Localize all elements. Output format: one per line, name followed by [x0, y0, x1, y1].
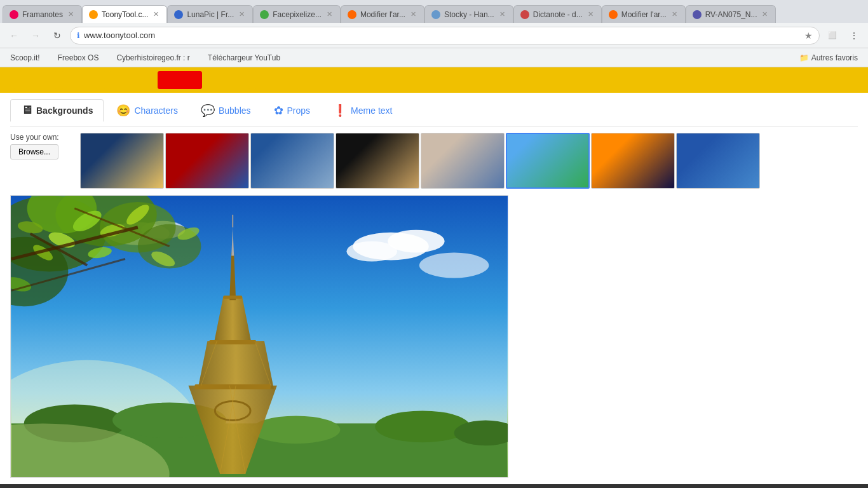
tab-favicon-0 [10, 10, 18, 19]
address-url: www.toonytool.com [84, 30, 801, 40]
topnav-btn-5[interactable] [254, 71, 299, 89]
forward-button[interactable]: → [27, 27, 44, 44]
thumbnail-item-6[interactable] [591, 133, 675, 189]
bookmark-item-1[interactable]: Freebox OS [53, 51, 104, 64]
bookmark-item-3[interactable]: Téléchargeur YouTub [203, 51, 285, 64]
tab-favicon-6 [520, 10, 529, 19]
tab-favicon-1 [89, 10, 98, 19]
browser-tab-3[interactable]: Facepixelize... ✕ [253, 5, 341, 23]
tab-label-4: Modifier l'ar... [360, 10, 405, 19]
page-content: 🖥 Backgrounds 😊 Characters 💬 Bubbles ✿ P… [0, 93, 868, 484]
use-own-section: Use your own: Browse... [10, 133, 74, 159]
svg-point-7 [419, 253, 489, 278]
topnav-btn-0[interactable] [13, 71, 57, 89]
svg-rect-20 [194, 384, 270, 390]
cat-tab-props[interactable]: ✿ Props [264, 100, 321, 121]
tab-favicon-8 [693, 10, 702, 19]
eiffel-tower-svg [11, 196, 508, 477]
tab-bar: Framanotes ✕ ToonyTool.c... ✕ LunaPic | … [0, 0, 868, 23]
thumbnail-item-1[interactable] [165, 133, 249, 189]
cat-tab-label-1: Characters [134, 105, 177, 116]
svg-marker-15 [198, 341, 273, 389]
cat-icon-3: ✿ [274, 104, 283, 118]
tab-close-3[interactable]: ✕ [325, 10, 334, 19]
bookmark-item-2[interactable]: Cyberhistoiregeo.fr : r [111, 51, 194, 64]
cat-tab-characters[interactable]: 😊 Characters [106, 100, 187, 121]
tab-label-0: Framanotes [22, 10, 63, 19]
browser-tab-0[interactable]: Framanotes ✕ [3, 5, 82, 23]
tab-label-3: Facepixelize... [273, 10, 322, 19]
thumbnail-item-0[interactable] [80, 133, 164, 189]
cat-icon-4: ❗ [333, 104, 347, 118]
topnav-btn-1[interactable] [61, 71, 105, 89]
cat-icon-1: 😊 [116, 104, 130, 118]
browser-tab-8[interactable]: RV-AN075_N... ✕ [686, 5, 776, 23]
cat-icon-2: 💬 [201, 104, 215, 118]
cat-tab-backgrounds[interactable]: 🖥 Backgrounds [10, 99, 104, 122]
browser-tab-1[interactable]: ToonyTool.c... ✕ [82, 5, 167, 23]
reload-button[interactable]: ↻ [48, 27, 66, 44]
tab-close-0[interactable]: ✕ [67, 10, 75, 19]
browser-tab-6[interactable]: Dictanote - d... ✕ [513, 5, 602, 23]
cat-tab-bubbles[interactable]: 💬 Bubbles [191, 100, 261, 121]
cat-tab-label-2: Bubbles [219, 105, 251, 116]
cat-icon-0: 🖥 [21, 104, 32, 117]
category-tabs: 🖥 Backgrounds 😊 Characters 💬 Bubbles ✿ P… [10, 99, 858, 126]
tab-close-4[interactable]: ✕ [409, 10, 417, 19]
tab-label-1: ToonyTool.c... [102, 10, 148, 19]
address-bar-row: ← → ↻ ℹ www.toonytool.com ★ ⬜ ⋮ [0, 23, 868, 48]
thumb-strip-wrapper: Use your own: Browse... [10, 133, 858, 189]
thumbnail-item-4[interactable] [421, 133, 505, 189]
topnav-btn-2[interactable] [109, 71, 154, 89]
cat-tab-meme-text[interactable]: ❗ Meme text [323, 100, 402, 121]
tab-favicon-3 [260, 10, 269, 19]
tab-label-6: Dictanote - d... [533, 10, 583, 19]
cat-tab-label-3: Props [287, 105, 311, 116]
browser-frame: Framanotes ✕ ToonyTool.c... ✕ LunaPic | … [0, 0, 868, 488]
folder-icon: 📁 [799, 53, 809, 62]
secure-icon: ℹ [77, 31, 80, 40]
tab-close-1[interactable]: ✕ [152, 10, 160, 19]
tab-close-5[interactable]: ✕ [498, 10, 506, 19]
topnav-btn-4[interactable] [206, 71, 250, 89]
cat-tab-label-0: Backgrounds [36, 105, 93, 116]
main-preview[interactable] [10, 195, 508, 478]
tab-close-6[interactable]: ✕ [587, 10, 595, 19]
tab-label-8: RV-AN075_N... [705, 10, 757, 19]
bookmark-item-0[interactable]: Scoop.it! [5, 51, 45, 64]
back-button[interactable]: ← [5, 27, 23, 44]
topnav-btn-3[interactable] [158, 71, 202, 89]
page-footer: © Zygomatic | Home | Disclaimer | Contac… [0, 484, 868, 488]
browser-tab-5[interactable]: Stocky - Han... ✕ [424, 5, 513, 23]
svg-point-12 [375, 410, 470, 442]
svg-rect-22 [223, 295, 242, 299]
svg-point-11 [252, 416, 340, 444]
cat-tab-label-4: Meme text [351, 105, 392, 116]
address-box[interactable]: ℹ www.toonytool.com ★ [70, 27, 820, 44]
thumbnail-item-2[interactable] [250, 133, 334, 189]
browse-button[interactable]: Browse... [10, 144, 58, 159]
tab-favicon-5 [431, 10, 440, 19]
tab-close-7[interactable]: ✕ [670, 10, 679, 19]
browser-tab-4[interactable]: Modifier l'ar... ✕ [341, 5, 424, 23]
tab-close-8[interactable]: ✕ [761, 10, 769, 19]
thumbnail-item-3[interactable] [336, 133, 419, 189]
bookmark-autres-favoris[interactable]: 📁 Autres favoris [794, 51, 863, 64]
thumbnail-item-7[interactable] [676, 133, 760, 189]
preview-background [11, 196, 508, 477]
tab-favicon-7 [609, 10, 618, 19]
browser-tab-7[interactable]: Modifier l'ar... ✕ [602, 5, 686, 23]
browser-tab-2[interactable]: LunaPic | Fr... ✕ [167, 5, 253, 23]
tab-close-2[interactable]: ✕ [238, 10, 246, 19]
thumbnail-item-5[interactable] [506, 133, 590, 189]
tab-label-2: LunaPic | Fr... [187, 10, 234, 19]
app-topnav [0, 67, 868, 93]
tab-favicon-4 [348, 10, 356, 19]
bookmarks-bar: Scoop.it!Freebox OSCyberhistoiregeo.fr :… [0, 48, 868, 67]
menu-button[interactable]: ⋮ [845, 27, 863, 44]
tab-favicon-2 [174, 10, 183, 19]
tab-label-5: Stocky - Han... [444, 10, 494, 19]
extensions-button[interactable]: ⬜ [824, 27, 841, 44]
thumbnail-strip [80, 133, 760, 189]
star-icon[interactable]: ★ [804, 30, 813, 41]
